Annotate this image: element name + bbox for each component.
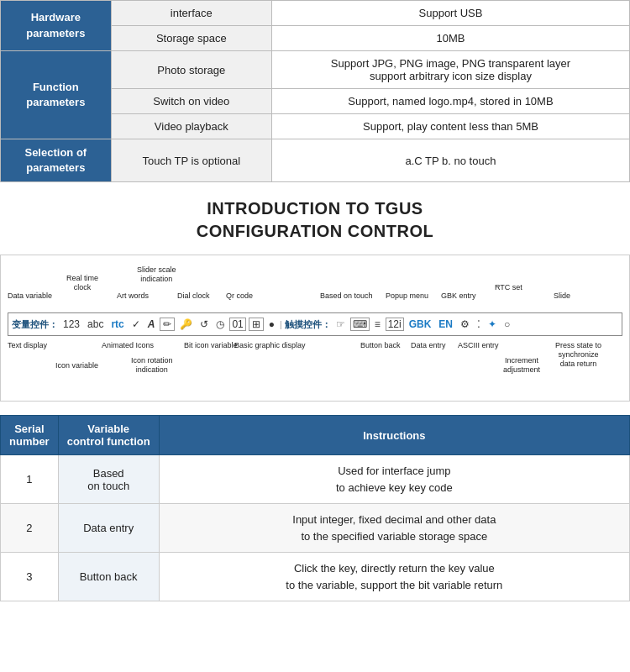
param-cell: interface: [111, 1, 271, 26]
table-header-1: Variable control function: [58, 416, 159, 455]
tb-oval: ○: [501, 318, 512, 331]
tb-rtc: rtc: [108, 318, 126, 331]
label-below-5: Basic graphic display: [234, 341, 306, 350]
toolbar-bar: 变量控件： 123 abc rtc ✓ A ✏ 🔑 ↺ ◷ 01 ⊞ ● | 触…: [8, 312, 622, 336]
label-above-10: Slide: [554, 291, 570, 301]
label-below-3: Icon rotation indication: [131, 356, 173, 375]
value-cell: Support, play content less than 5MB: [271, 114, 629, 139]
serial-number: 2: [1, 504, 59, 553]
param-cell: Switch on video: [111, 89, 271, 114]
value-cell: Support, named logo.mp4, stored in 10MB: [271, 89, 629, 114]
tb-hand: ☞: [333, 318, 348, 331]
instruction-cell: Input integer, fixed decimal and other d…: [159, 504, 629, 553]
label-above-8: GBK entry: [441, 291, 476, 301]
label-above-2: Art words: [117, 291, 149, 301]
tb-01: 01: [229, 318, 245, 331]
label-above-1: Real time clock: [66, 274, 98, 292]
label-above-0: Data variable: [8, 291, 52, 301]
label-below-7: Data entry: [411, 341, 446, 350]
tb-en: EN: [436, 318, 455, 331]
category-cell: Hardware parameters: [1, 1, 112, 51]
instruction-cell: Click the key, directly return the key v…: [159, 553, 629, 601]
tb-star: ✦: [486, 318, 499, 331]
section-title: INTRODUCTION TO TGUS CONFIGURATION CONTR…: [0, 197, 630, 243]
tb-dots: ⁚: [475, 318, 483, 331]
tb-clock: ◷: [213, 318, 227, 331]
tb-key: 🔑: [177, 318, 195, 331]
label-above-4: Dial clock: [177, 291, 210, 301]
label-below-8: ASCIII entry: [458, 341, 499, 350]
tb-keyboard: ⌨: [350, 318, 370, 331]
category-cell: Selection of parameters: [1, 139, 112, 182]
function-cell: Data entry: [58, 504, 159, 553]
tb-edit: ✏: [160, 318, 175, 331]
label-above-6: Based on touch: [320, 291, 373, 301]
instruction-cell: Used for interface jump to achieve key k…: [159, 455, 629, 504]
label-above-5: Qr code: [226, 291, 253, 301]
toolbar-right-label: 触摸控件：: [285, 318, 331, 331]
diagram-labels-top: Data variableReal time clockArt wordsSli…: [1, 255, 629, 310]
label-below-6: Button back: [360, 341, 401, 350]
diagram-labels-bottom: Text displayIcon variableAnimated IconsI…: [1, 338, 629, 396]
tb-grid: ⊞: [249, 318, 264, 331]
tb-gear: ⚙: [458, 318, 472, 331]
toolbar-left-label: 变量控件：: [12, 318, 58, 331]
category-cell: Function parameters: [1, 51, 112, 139]
function-cell: Button back: [58, 553, 159, 601]
label-below-4: Bit icon variable: [184, 341, 238, 350]
value-cell: Support JPG, PNG image, PNG transparent …: [271, 51, 629, 89]
param-cell: Touch TP is optional: [111, 139, 271, 182]
value-cell: a.C TP b. no touch: [271, 139, 629, 182]
section-title-line2: CONFIGURATION CONTROL: [0, 220, 630, 243]
tb-abc: abc: [85, 318, 106, 331]
tb-check: ✓: [129, 318, 143, 331]
label-below-1: Icon variable: [55, 361, 98, 370]
tb-separator: |: [280, 320, 282, 329]
tb-A: A: [145, 318, 158, 331]
serial-number: 3: [1, 553, 59, 601]
tb-123: 123: [60, 318, 82, 331]
tb-refresh: ↺: [197, 318, 211, 331]
value-cell: Support USB: [271, 1, 629, 26]
label-below-10: Press state to synchronize data return: [555, 341, 601, 368]
section-title-line1: INTRODUCTION TO TGUS: [0, 197, 630, 220]
label-below-9: Increment adjustment: [503, 356, 540, 375]
label-above-9: RTC set: [495, 283, 522, 292]
label-below-0: Text display: [8, 341, 47, 350]
bottom-table: Serial numberVariable control functionIn…: [0, 415, 630, 601]
diagram-area: Data variableReal time clockArt wordsSli…: [0, 255, 630, 402]
tb-circle: ●: [266, 318, 277, 331]
function-cell: Based on touch: [58, 455, 159, 504]
table-header-2: Instructions: [159, 416, 629, 455]
param-cell: Video playback: [111, 114, 271, 139]
serial-number: 1: [1, 455, 59, 504]
param-cell: Photo storage: [111, 51, 271, 89]
top-parameters-table: Hardware parametersinterfaceSupport USBS…: [0, 0, 630, 182]
label-above-3: Slider scale indication: [137, 265, 176, 284]
tb-lines: ≡: [372, 318, 383, 331]
value-cell: 10MB: [271, 26, 629, 51]
table-header-0: Serial number: [1, 416, 59, 455]
param-cell: Storage space: [111, 26, 271, 51]
tb-gbk: GBK: [407, 318, 434, 331]
label-below-2: Animated Icons: [102, 341, 154, 350]
tb-12i: 12i: [386, 318, 404, 331]
label-above-7: Popup menu: [386, 291, 428, 301]
